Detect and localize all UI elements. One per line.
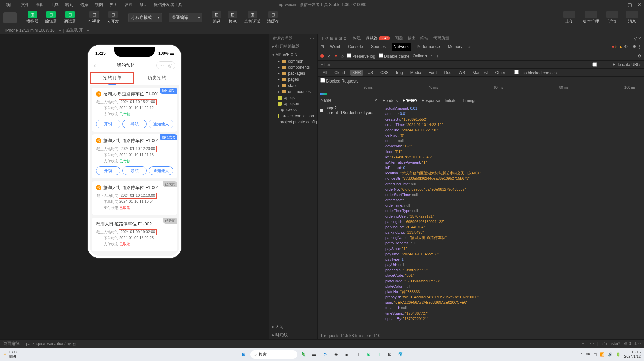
order-action-button[interactable]: 导航	[122, 120, 147, 128]
json-field[interactable]: orderState: 1	[385, 197, 639, 203]
order-action-button[interactable]: 导航	[122, 166, 147, 175]
upload-icon[interactable]: ↑	[431, 54, 433, 58]
taskbar-app-6[interactable]: H	[375, 350, 383, 359]
tray-chevron[interactable]: ^	[581, 352, 583, 356]
project-section[interactable]: MP-WEIXIN	[269, 51, 317, 58]
filter-type[interactable]: Other	[493, 70, 507, 76]
page-path[interactable]: packages/reservation/my	[26, 341, 71, 346]
three-dots-icon[interactable]: ⋯	[582, 341, 586, 346]
tray-icon-1[interactable]: ◫	[593, 352, 597, 357]
compile-dropdown[interactable]: 普通编译	[169, 13, 202, 22]
network-request[interactable]: page?current=1&orderTimeType...	[318, 104, 380, 117]
git-branch[interactable]: ⎇ master*	[600, 341, 620, 346]
devtools-inner-tab[interactable]: Console	[346, 43, 365, 51]
inspect-icon[interactable]: ⊡	[320, 44, 324, 49]
json-field[interactable]: payUrl: null	[385, 262, 639, 267]
taskbar-app-1[interactable]: 🦎	[299, 350, 308, 359]
taskbar-app-2[interactable]: ▬	[310, 350, 319, 359]
filter-type[interactable]: Media	[408, 70, 423, 76]
json-field[interactable]: location: "武汉市蔡甸区蟹湖大街与新艺术街交叉口东40米"	[385, 170, 639, 176]
devtools-inner-tab[interactable]: Memory	[446, 43, 464, 51]
json-field[interactable]: deadline: "2024-01-10 15:21:00"	[385, 127, 639, 133]
menu-item[interactable]: 微信开发者工具	[151, 1, 186, 9]
menu-item[interactable]: 设置	[121, 1, 136, 9]
taskbar-chrome[interactable]: ◉	[332, 350, 340, 359]
warning-count[interactable]: ⚠ 0	[634, 341, 641, 346]
tray-clock[interactable]: 16:16 2024/1/12	[624, 350, 641, 359]
menu-item[interactable]: 界面	[106, 1, 121, 9]
tool-button[interactable]: ◫编译	[209, 10, 224, 25]
json-field[interactable]: placeCode: "001"	[385, 273, 639, 278]
json-field[interactable]: orderTimeType: null	[385, 208, 639, 214]
json-field[interactable]: payState: "1"	[385, 246, 639, 251]
filter-type[interactable]: Font	[426, 70, 439, 76]
maximize-icon[interactable]: ▢	[628, 2, 632, 7]
menu-item[interactable]: 帮助	[136, 1, 151, 9]
json-field[interactable]: orderStartTime: null	[385, 192, 639, 197]
tool-button[interactable]: ◫预览	[225, 10, 240, 25]
tool-button[interactable]: ◫真机调试	[241, 10, 263, 25]
devtools-top-tab[interactable]: 代码质量	[433, 35, 449, 41]
close-icon[interactable]: ✕	[637, 2, 641, 7]
phone-tab[interactable]: 历史预约	[135, 71, 179, 85]
folder-node[interactable]: ▸ packages	[271, 70, 317, 76]
record-icon[interactable]	[320, 54, 324, 58]
json-field[interactable]: parkingName: "蟹湖大街-道路停车位"	[385, 235, 639, 240]
order-action-button[interactable]: 通知他人	[149, 120, 173, 128]
order-action-button[interactable]: 开锁	[96, 166, 120, 175]
start-icon[interactable]: ⊞	[239, 350, 248, 359]
back-icon[interactable]: ‹	[94, 62, 96, 69]
order-action-button[interactable]: 通知他人	[149, 166, 173, 175]
menu-item[interactable]: 文件	[17, 1, 32, 9]
json-field[interactable]: isAlternativePayment: "1"	[385, 160, 639, 165]
panel-more-icon[interactable]: ⋯	[310, 36, 314, 41]
json-field[interactable]: orderingUser: "15707229121"	[385, 214, 639, 219]
search-icon[interactable]: ⌕	[341, 54, 344, 58]
menu-item[interactable]: 项目	[3, 1, 17, 9]
json-field[interactable]: timeStamp: "1704867727"	[385, 310, 639, 316]
tray-lang[interactable]: 拼	[586, 352, 590, 357]
tray-battery[interactable]: 🔋	[616, 352, 621, 357]
menu-item[interactable]: 编辑	[32, 1, 47, 9]
detail-tab[interactable]: Timing	[462, 98, 475, 103]
json-field[interactable]: parkingLng: "113.8498"	[385, 230, 639, 235]
close-detail-icon[interactable]: ×	[375, 98, 377, 103]
issue-badges[interactable]: ● 5 ▲ 42	[612, 44, 628, 49]
has-blocked-checkbox[interactable]: Has blocked cookies	[514, 70, 557, 75]
devtools-top-tab[interactable]: 问题	[395, 35, 403, 41]
preserve-log-checkbox[interactable]: Preserve log	[347, 53, 375, 59]
detail-tab[interactable]: Response	[422, 98, 440, 103]
minimize-icon[interactable]: ─	[619, 2, 622, 7]
disable-cache-checkbox[interactable]: Disable cache	[379, 53, 410, 59]
json-field[interactable]: payTime: "2024-01-10 14:22:12"	[385, 251, 639, 257]
folder-node[interactable]: ▸ components	[271, 64, 317, 70]
clear-icon[interactable]: ⊘	[327, 54, 331, 58]
right-button[interactable]: 详情	[604, 10, 621, 25]
copy-icon[interactable]: ⎘	[73, 341, 75, 346]
json-field[interactable]: floor: "F1"	[385, 149, 639, 154]
json-field[interactable]: patrolRecords: null	[385, 240, 639, 246]
order-action-button[interactable]: 开锁	[96, 120, 120, 128]
json-field[interactable]: updateBy: "15707229121"	[385, 316, 639, 321]
taskbar-app-7[interactable]: 🐬	[396, 350, 405, 359]
json-field[interactable]: sign: "6EFA126F56A72AE933669A2E020CCFE6"	[385, 300, 639, 305]
menu-item[interactable]: 工具	[47, 1, 62, 9]
tool-button[interactable]: ◫可视化	[85, 10, 103, 25]
right-button[interactable]: 版本管理	[580, 10, 602, 25]
file-node[interactable]: app.wxss	[271, 107, 317, 113]
filter-input[interactable]	[320, 62, 354, 67]
filter-type[interactable]: CSS	[378, 70, 391, 76]
tray-volume[interactable]: 🔊	[608, 352, 613, 357]
devtools-icon-bar[interactable]: ◫ ⟳ ⊟ ⊞ ⊡ ⊘	[320, 36, 347, 41]
online-dropdown[interactable]: Online ▾	[413, 54, 427, 58]
json-field[interactable]: orderTime: null	[385, 203, 639, 208]
json-field[interactable]: actualAmount: 0.01	[385, 106, 639, 111]
tool-button[interactable]: ◫模拟器	[24, 10, 41, 25]
device-dropdown[interactable]: iPhone 12/13 mini 100% 16	[3, 28, 57, 33]
tool-button[interactable]: ◫云开发	[104, 10, 122, 25]
filter-type[interactable]: Doc	[442, 70, 453, 76]
hotreload-toggle[interactable]: 热重载 开	[64, 27, 85, 33]
json-field[interactable]: deptId: null	[385, 138, 639, 143]
json-field[interactable]: plateCode: "1700503395917953"	[385, 278, 639, 284]
outline-section[interactable]: 大纲	[269, 323, 317, 331]
